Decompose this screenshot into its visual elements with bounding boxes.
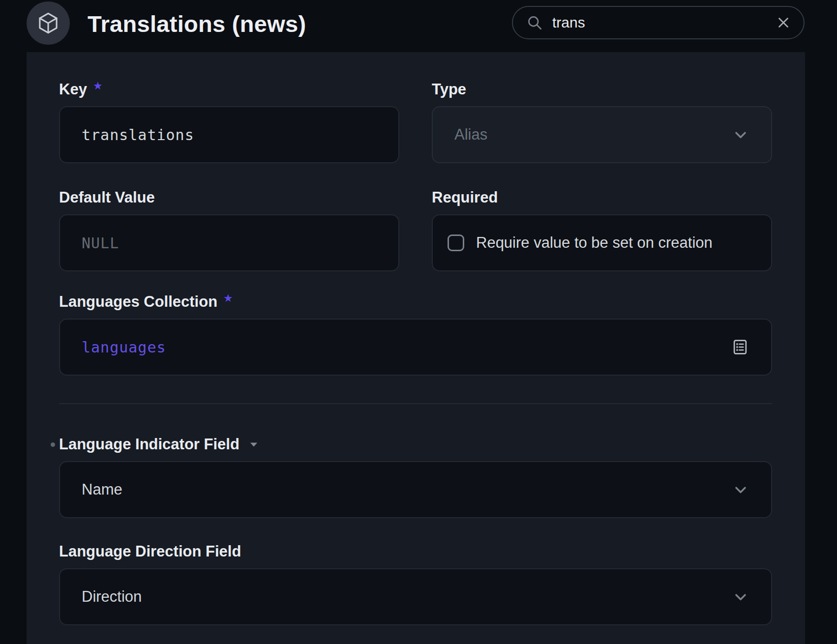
field-settings-panel: Key ★ Type Alias [27,52,805,644]
search-input[interactable] [552,14,766,31]
languages-collection-select[interactable]: languages [59,319,772,376]
required-star-icon: ★ [223,289,233,308]
type-label: Type [432,80,772,99]
type-select[interactable]: Alias [432,106,772,163]
caret-down-icon[interactable] [247,438,260,451]
required-star-icon: ★ [93,76,103,96]
language-indicator-select[interactable]: Name [59,461,772,518]
languages-collection-field-group: Languages Collection ★ languages [59,292,772,376]
key-field-group: Key ★ [59,80,399,163]
chevron-down-icon [732,588,749,606]
search-bar[interactable] [512,6,805,39]
default-value-field-group: Default Value [59,163,399,271]
languages-collection-label: Languages Collection ★ [59,292,772,312]
language-indicator-label: Language Indicator Field [59,435,772,454]
chevron-down-icon [732,481,749,498]
language-direction-select[interactable]: Direction [59,568,772,625]
required-checkbox-row[interactable]: Require value to be set on creation [432,214,772,271]
list-icon[interactable] [731,338,749,356]
default-value-input[interactable] [59,214,399,271]
language-indicator-field-group: Language Indicator Field Name [59,435,772,518]
search-icon [526,14,543,31]
default-value-label: Default Value [59,188,399,207]
box-icon [36,11,60,35]
edited-dot-icon [51,442,55,447]
key-input[interactable] [59,106,399,163]
required-checkbox[interactable] [448,234,464,251]
type-field-group: Type Alias [432,80,772,163]
required-label: Required [432,188,772,207]
language-direction-label: Language Direction Field [59,542,772,561]
page-title: Translations (news) [88,0,306,47]
app-header: Translations (news) [0,0,837,52]
required-checkbox-label: Require value to be set on creation [476,234,713,252]
section-divider [59,403,772,404]
key-label: Key ★ [59,80,399,99]
collection-icon-button[interactable] [27,1,70,45]
close-icon[interactable] [775,14,792,31]
chevron-down-icon [732,126,749,144]
required-field-group: Required Require value to be set on crea… [432,163,772,271]
language-direction-field-group: Language Direction Field Direction [59,542,772,625]
